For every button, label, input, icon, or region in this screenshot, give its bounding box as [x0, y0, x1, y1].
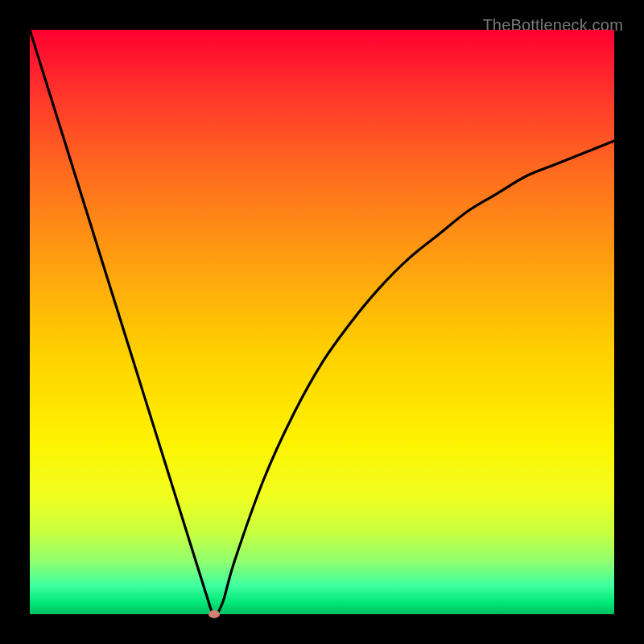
bottleneck-curve	[30, 30, 614, 614]
plot-area	[30, 30, 614, 614]
optimal-point-marker	[208, 610, 220, 618]
curve-svg	[30, 30, 614, 614]
chart-frame: TheBottleneck.com	[16, 16, 628, 628]
